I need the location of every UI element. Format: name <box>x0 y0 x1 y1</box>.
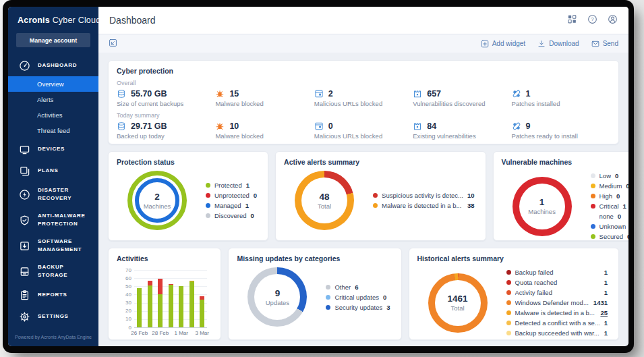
add-widget-button[interactable]: Add widget <box>481 40 525 48</box>
legend-dot <box>591 184 595 188</box>
donut-wrap: 2Machines <box>123 171 191 230</box>
sidebar-item-dashboard[interactable]: DASHBOARD <box>8 55 98 76</box>
legend-dot <box>373 203 378 208</box>
page: Acronis Cyber Cloud Manage account DASHB… <box>0 0 644 357</box>
database-icon <box>117 89 127 99</box>
stat-value: 55.70 GB <box>131 89 167 99</box>
donut-value: 1 <box>539 197 545 207</box>
sidebar-item-alerts[interactable]: Alerts <box>8 92 98 107</box>
sidebar-item-overview[interactable]: Overview <box>8 76 98 92</box>
legend-label: Suspicious activity is detec... <box>382 192 463 199</box>
activities-chart: 01020304050607026 Feb28 Feb1 Mar3 Mar <box>117 268 212 338</box>
stats-row: 55.70 GBSize of current backups15Malware… <box>117 89 610 107</box>
sidebar-item-disaster-recovery[interactable]: DISASTER RECOVERY <box>8 182 98 207</box>
donut-label: Machines <box>144 202 171 210</box>
sidebar-item-backup-storage[interactable]: BACKUP STORAGE <box>8 258 98 284</box>
legend-item: none0 <box>591 211 628 221</box>
donut-wrap: 9Updates <box>243 267 311 327</box>
y-tick-label: 10 <box>117 316 131 322</box>
legend-dot <box>506 270 511 275</box>
legend-value: 0 <box>254 192 257 199</box>
legend-label: Malware is detected in a b... <box>515 309 597 317</box>
y-tick-label: 70 <box>117 267 131 273</box>
donut-label: Machines <box>528 208 556 215</box>
storage-drive-icon <box>18 265 30 277</box>
legend-dot <box>326 305 330 310</box>
sidebar-item-software-management[interactable]: SOFTWARE MANAGEMENT <box>8 233 98 258</box>
stat-label: Patches installed <box>512 100 610 107</box>
apps-grid-button[interactable] <box>567 14 577 26</box>
sidebar-item-label: ANTI-MALWARE PROTECTION <box>38 212 92 228</box>
acronis-logo: Acronis Cyber Cloud <box>8 7 98 31</box>
toolbar-button-label: Download <box>549 40 579 47</box>
legend-value: 25 <box>600 309 608 317</box>
legend-value: 1 <box>245 202 249 209</box>
sidebar-item-devices[interactable]: DEVICES <box>8 138 98 160</box>
donut-wrap: 48Total <box>291 171 358 230</box>
bug-icon <box>215 121 225 131</box>
bar-segment-red <box>158 279 163 294</box>
stat-label: Malicious URLs blocked <box>314 100 413 107</box>
toolbar-button-label: Add widget <box>492 40 525 47</box>
legend-item: Discovered0 <box>206 211 257 221</box>
vulnerable-machines-body: 1MachinesLow0Medium0High0Critical1none0U… <box>502 171 628 242</box>
vulnerability-icon <box>413 89 423 99</box>
legend-item: Quota reached1 <box>506 277 608 287</box>
toolbar-actions: Add widgetDownloadSend <box>481 40 618 48</box>
legend-label: Security updates <box>334 304 382 311</box>
legend-label: Secured <box>599 233 623 240</box>
sidebar-item-reports[interactable]: REPORTS <box>8 284 98 306</box>
donut-chart: 48Total <box>295 171 354 230</box>
gear-icon <box>18 310 30 323</box>
send-button[interactable]: Send <box>591 40 618 48</box>
account-icon <box>608 14 618 26</box>
legend-value: 6 <box>355 283 358 291</box>
help-button[interactable]: ? <box>587 14 597 26</box>
legend-dot <box>326 295 330 300</box>
legend-dot <box>591 194 595 198</box>
page-title: Dashboard <box>109 15 567 26</box>
manage-account-button[interactable]: Manage account <box>16 33 90 47</box>
browser-icon <box>314 89 324 99</box>
sidebar-item-label: DASHBOARD <box>38 61 77 70</box>
app-window: Acronis Cyber Cloud Manage account DASHB… <box>8 7 628 346</box>
sidebar-item-anti-malware-protection[interactable]: ANTI-MALWARE PROTECTION <box>8 207 98 233</box>
donut-chart: 1461Total <box>428 273 488 333</box>
sidebar-item-label: DEVICES <box>38 145 65 153</box>
apps-grid-icon <box>567 14 577 26</box>
x-tick-label: 26 Feb <box>128 330 151 336</box>
stat-value-row: 9 <box>512 121 610 131</box>
bug-icon <box>215 89 225 99</box>
legend-label: Protected <box>214 182 242 189</box>
stat-label: Patches ready to install <box>512 132 610 140</box>
legend-dot <box>506 280 511 285</box>
activities-card: Activities 01020304050607026 Feb28 Feb1 … <box>108 248 221 340</box>
legend-item: Security updates3 <box>326 302 390 312</box>
stat-value: 1 <box>526 89 531 99</box>
sidebar-item-settings[interactable]: SETTINGS <box>8 306 98 327</box>
sidebar-item-threat-feed[interactable]: Threat feed <box>8 123 98 138</box>
legend-item: High0 <box>591 191 628 201</box>
clipboard-icon <box>18 289 30 301</box>
legend-dot <box>591 224 595 229</box>
sidebar-item-plans[interactable]: PLANS <box>8 160 98 182</box>
legend-item: Malware is detected in a b...25 <box>506 308 608 318</box>
download-button[interactable]: Download <box>537 40 579 48</box>
account-button[interactable] <box>608 14 618 26</box>
donut-center: 9Updates <box>254 274 300 320</box>
chart-bar-3-mar <box>200 296 204 327</box>
send-icon <box>591 40 599 48</box>
stat-value-row: 2 <box>314 89 413 99</box>
vulnerable-machines-card: Vulnerable machines 1MachinesLow0Medium0… <box>493 151 628 241</box>
legend-label: Backup failed <box>515 269 600 276</box>
expand-widget-button[interactable] <box>109 38 117 49</box>
legend-item: Protected1 <box>206 180 257 190</box>
database-icon <box>117 121 127 131</box>
sidebar-item-activities[interactable]: Activities <box>8 107 98 123</box>
stat-value: 84 <box>427 121 436 131</box>
legend-dot <box>506 300 511 305</box>
legend-label: Quota reached <box>515 279 600 286</box>
legend-label: Discovered <box>214 212 247 219</box>
donut-center: 1461Total <box>435 280 481 326</box>
stat-label: Existing vulnerabilities <box>413 132 511 140</box>
